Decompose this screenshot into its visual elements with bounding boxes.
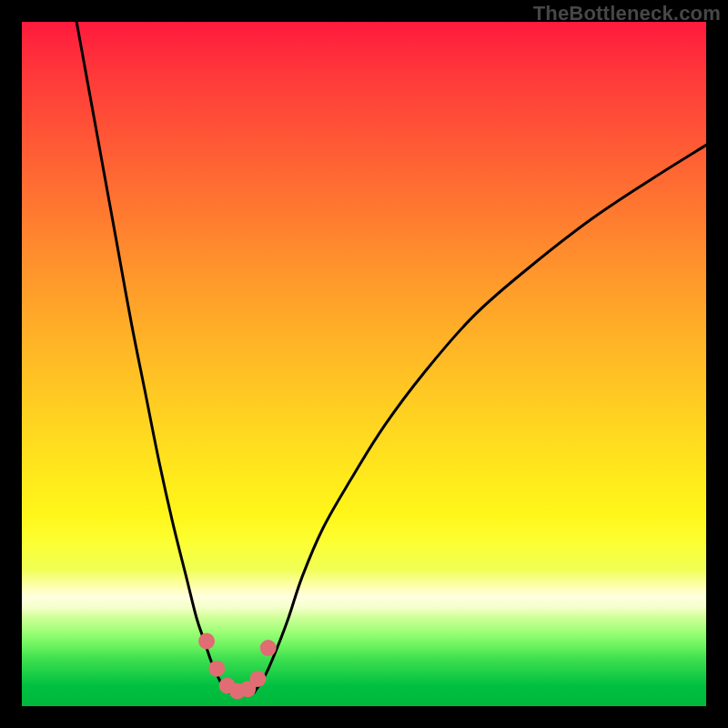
chart-background-gradient — [22, 22, 706, 706]
watermark-text: TheBottleneck.com — [533, 2, 721, 25]
chart-frame — [22, 22, 706, 706]
